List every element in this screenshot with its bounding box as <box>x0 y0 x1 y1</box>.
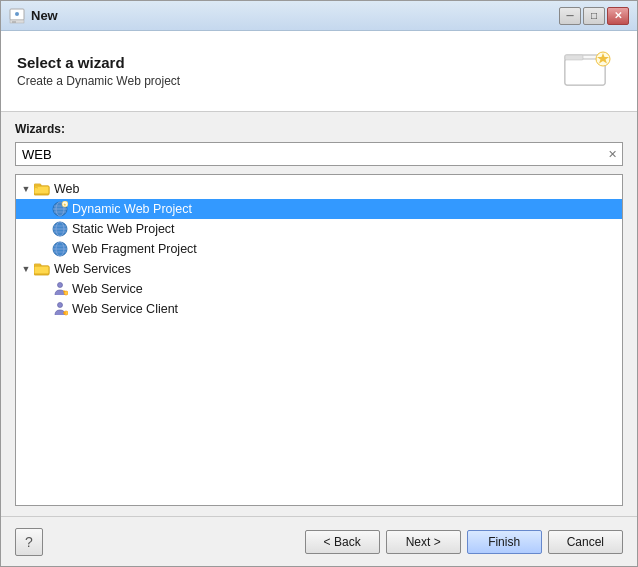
svg-point-2 <box>15 12 19 16</box>
search-row: ✕ <box>15 142 623 166</box>
maximize-button[interactable]: □ <box>583 7 605 25</box>
tree-label-web-service: Web Service <box>72 282 143 296</box>
web-service-icon <box>52 281 68 297</box>
arrow-web-folder <box>20 183 32 195</box>
tree-item-static-web-project[interactable]: Static Web Project <box>16 219 622 239</box>
tree-container: Web ★ <box>15 174 623 506</box>
web-fragment-project-icon <box>52 241 68 257</box>
tree-item-web-fragment-project[interactable]: Web Fragment Project <box>16 239 622 259</box>
svg-point-32 <box>58 283 63 288</box>
tree-item-web-services-folder[interactable]: Web Services <box>16 259 622 279</box>
header-text: Select a wizard Create a Dynamic Web pro… <box>17 54 180 88</box>
wizards-label: Wizards: <box>15 122 623 136</box>
svg-text:★: ★ <box>63 202 67 207</box>
svg-rect-31 <box>34 266 49 274</box>
window-title: New <box>31 8 559 23</box>
new-wizard-window: New ─ □ ✕ Select a wizard Create a Dynam… <box>0 0 638 567</box>
search-clear-button[interactable]: ✕ <box>602 143 622 165</box>
tree-label-static-web-project: Static Web Project <box>72 222 175 236</box>
tree-label-web-fragment-project: Web Fragment Project <box>72 242 197 256</box>
window-controls: ─ □ ✕ <box>559 7 629 25</box>
arrow-web-services <box>20 263 32 275</box>
tree-label-web-service-client: Web Service Client <box>72 302 178 316</box>
tree-item-web-service-client[interactable]: Web Service Client <box>16 299 622 319</box>
static-web-project-icon <box>52 221 68 237</box>
header-section: Select a wizard Create a Dynamic Web pro… <box>1 31 637 112</box>
title-bar: New ─ □ ✕ <box>1 1 637 31</box>
wizard-icon-container <box>561 45 613 97</box>
folder-web-icon <box>34 181 50 197</box>
help-button[interactable]: ? <box>15 528 43 556</box>
cancel-button[interactable]: Cancel <box>548 530 623 554</box>
next-button[interactable]: Next > <box>386 530 461 554</box>
finish-button[interactable]: Finish <box>467 530 542 554</box>
tree-label-web: Web <box>54 182 79 196</box>
tree-item-web-service[interactable]: Web Service <box>16 279 622 299</box>
close-button[interactable]: ✕ <box>607 7 629 25</box>
svg-rect-6 <box>565 55 583 60</box>
tree-label-web-services: Web Services <box>54 262 131 276</box>
svg-rect-3 <box>12 21 16 22</box>
back-button[interactable]: < Back <box>305 530 380 554</box>
svg-rect-11 <box>34 186 49 194</box>
tree-item-web-folder[interactable]: Web <box>16 179 622 199</box>
folder-web-services-icon <box>34 261 50 277</box>
window-icon <box>9 8 25 24</box>
svg-point-34 <box>64 291 68 295</box>
minimize-button[interactable]: ─ <box>559 7 581 25</box>
search-input[interactable] <box>16 144 602 165</box>
header-subtitle: Create a Dynamic Web project <box>17 74 180 88</box>
web-service-client-icon <box>52 301 68 317</box>
tree-item-dynamic-web-project[interactable]: ★ Dynamic Web Project <box>16 199 622 219</box>
nav-buttons: ? <box>15 528 43 556</box>
svg-point-35 <box>58 303 63 308</box>
action-buttons: < Back Next > Finish Cancel <box>305 530 623 554</box>
main-section: Wizards: ✕ <box>1 112 637 516</box>
content-area: Select a wizard Create a Dynamic Web pro… <box>1 31 637 566</box>
bottom-section: ? < Back Next > Finish Cancel <box>1 516 637 566</box>
tree-label-dynamic-web-project: Dynamic Web Project <box>72 202 192 216</box>
dynamic-web-project-icon: ★ <box>52 201 68 217</box>
header-title: Select a wizard <box>17 54 180 71</box>
